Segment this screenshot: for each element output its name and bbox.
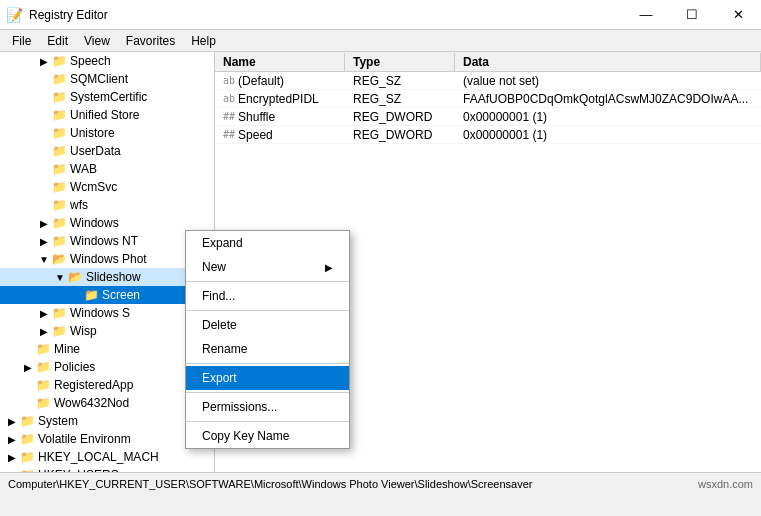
cell-data: 0x00000001 (1) xyxy=(455,127,761,143)
title-bar-controls: — ☐ ✕ xyxy=(623,0,761,30)
cell-name: ## Shuffle xyxy=(215,109,345,125)
col-header-type: Type xyxy=(345,53,455,71)
ctx-separator xyxy=(186,281,349,282)
ctx-separator xyxy=(186,310,349,311)
tree-item[interactable]: ▶ 📁 Policies xyxy=(0,358,214,376)
tree-item[interactable]: 📁 Unified Store xyxy=(0,106,214,124)
brand-label: wsxdn.com xyxy=(698,478,753,490)
tree-item[interactable]: ▶ 📁 Windows NT xyxy=(0,232,214,250)
context-menu: Expand New ▶ Find... Delete Rename Expor… xyxy=(185,230,350,449)
tree-item[interactable]: 📁 WcmSvc xyxy=(0,178,214,196)
ctx-export[interactable]: Export xyxy=(186,366,349,390)
cell-data: (value not set) xyxy=(455,73,761,89)
folder-icon: 📁 xyxy=(36,396,51,410)
title-bar-left: 📝 Registry Editor xyxy=(6,7,108,23)
tree-item[interactable]: ▶ 📁 Wisp xyxy=(0,322,214,340)
folder-icon: 📁 xyxy=(84,288,99,302)
ctx-find[interactable]: Find... xyxy=(186,284,349,308)
minimize-button[interactable]: — xyxy=(623,0,669,30)
tree-item-screensaver[interactable]: 📁 Screen xyxy=(0,286,214,304)
menu-bar: File Edit View Favorites Help xyxy=(0,30,761,52)
tree-item-hku[interactable]: ▶ 📁 HKEY_USERS xyxy=(0,466,214,472)
folder-icon: 📁 xyxy=(36,360,51,374)
tree-item-system[interactable]: ▶ 📁 System xyxy=(0,412,214,430)
status-path: Computer\HKEY_CURRENT_USER\SOFTWARE\Micr… xyxy=(8,478,533,490)
status-bar: Computer\HKEY_CURRENT_USER\SOFTWARE\Micr… xyxy=(0,472,761,494)
cell-data: FAAfUOBP0CDqOmkQotglACswMJ0ZAC9DOIwAA... xyxy=(455,91,761,107)
folder-icon: 📁 xyxy=(20,414,35,428)
ctx-separator xyxy=(186,421,349,422)
folder-icon: 📁 xyxy=(52,144,67,158)
folder-icon: 📁 xyxy=(52,162,67,176)
folder-icon: 📁 xyxy=(52,108,67,122)
reg-icon: ## xyxy=(223,111,235,122)
registry-row[interactable]: ## Speed REG_DWORD 0x00000001 (1) xyxy=(215,126,761,144)
content-area: ▶ 📁 Speech 📁 SQMClient 📁 SystemCertific xyxy=(0,52,761,472)
tree-item[interactable]: ▶ 📁 Windows S xyxy=(0,304,214,322)
tree-item[interactable]: 📁 SystemCertific xyxy=(0,88,214,106)
maximize-button[interactable]: ☐ xyxy=(669,0,715,30)
values-header: Name Type Data xyxy=(215,52,761,72)
cell-name: ## Speed xyxy=(215,127,345,143)
tree-item[interactable]: 📁 Wow6432Nod xyxy=(0,394,214,412)
registry-row[interactable]: ab EncryptedPIDL REG_SZ FAAfUOBP0CDqOmkQ… xyxy=(215,90,761,108)
folder-icon: 📂 xyxy=(68,270,83,284)
folder-icon: 📁 xyxy=(52,234,67,248)
tree-item[interactable]: 📁 Unistore xyxy=(0,124,214,142)
folder-icon: 📁 xyxy=(52,90,67,104)
menu-favorites[interactable]: Favorites xyxy=(118,32,183,50)
cell-type: REG_SZ xyxy=(345,73,455,89)
title-bar: 📝 Registry Editor — ☐ ✕ xyxy=(0,0,761,30)
ctx-new[interactable]: New ▶ xyxy=(186,255,349,279)
menu-help[interactable]: Help xyxy=(183,32,224,50)
cell-type: REG_DWORD xyxy=(345,127,455,143)
tree-item[interactable]: ▼ 📂 Windows Phot xyxy=(0,250,214,268)
folder-icon: 📁 xyxy=(20,450,35,464)
col-header-name: Name xyxy=(215,53,345,71)
ctx-arrow-icon: ▶ xyxy=(325,262,333,273)
cell-type: REG_DWORD xyxy=(345,109,455,125)
folder-icon: 📁 xyxy=(36,342,51,356)
menu-edit[interactable]: Edit xyxy=(39,32,76,50)
tree-item[interactable]: 📁 wfs xyxy=(0,196,214,214)
tree-item[interactable]: 📁 WAB xyxy=(0,160,214,178)
folder-icon: 📁 xyxy=(36,378,51,392)
folder-icon: 📁 xyxy=(52,72,67,86)
folder-icon: 📁 xyxy=(52,180,67,194)
folder-icon: 📁 xyxy=(52,54,67,68)
tree-item[interactable]: ▶ 📁 Windows xyxy=(0,214,214,232)
ctx-permissions[interactable]: Permissions... xyxy=(186,395,349,419)
tree-item-hklm[interactable]: ▶ 📁 HKEY_LOCAL_MACH xyxy=(0,448,214,466)
main-container: ▶ 📁 Speech 📁 SQMClient 📁 SystemCertific xyxy=(0,52,761,494)
reg-icon: ab xyxy=(223,93,235,104)
cell-name: ab EncryptedPIDL xyxy=(215,91,345,107)
app-title: Registry Editor xyxy=(29,8,108,22)
tree-item[interactable]: ▶ 📁 Speech xyxy=(0,52,214,70)
folder-icon: 📂 xyxy=(52,252,67,266)
tree-item-volatile[interactable]: ▶ 📁 Volatile Environm xyxy=(0,430,214,448)
col-header-data: Data xyxy=(455,53,761,71)
ctx-copy-key-name[interactable]: Copy Key Name xyxy=(186,424,349,448)
app-icon: 📝 xyxy=(6,7,23,23)
reg-icon: ab xyxy=(223,75,235,86)
ctx-expand[interactable]: Expand xyxy=(186,231,349,255)
menu-file[interactable]: File xyxy=(4,32,39,50)
ctx-delete[interactable]: Delete xyxy=(186,313,349,337)
folder-icon: 📁 xyxy=(52,198,67,212)
folder-icon: 📁 xyxy=(52,306,67,320)
ctx-separator xyxy=(186,363,349,364)
ctx-separator xyxy=(186,392,349,393)
reg-icon: ## xyxy=(223,129,235,140)
registry-row[interactable]: ab (Default) REG_SZ (value not set) xyxy=(215,72,761,90)
tree-item[interactable]: 📁 UserData xyxy=(0,142,214,160)
tree-item[interactable]: 📁 Mine xyxy=(0,340,214,358)
menu-view[interactable]: View xyxy=(76,32,118,50)
cell-type: REG_SZ xyxy=(345,91,455,107)
tree-item[interactable]: 📁 RegisteredApp xyxy=(0,376,214,394)
registry-row[interactable]: ## Shuffle REG_DWORD 0x00000001 (1) xyxy=(215,108,761,126)
tree-item-slideshow[interactable]: ▼ 📂 Slideshow xyxy=(0,268,214,286)
folder-icon: 📁 xyxy=(20,432,35,446)
close-button[interactable]: ✕ xyxy=(715,0,761,30)
ctx-rename[interactable]: Rename xyxy=(186,337,349,361)
tree-item[interactable]: 📁 SQMClient xyxy=(0,70,214,88)
